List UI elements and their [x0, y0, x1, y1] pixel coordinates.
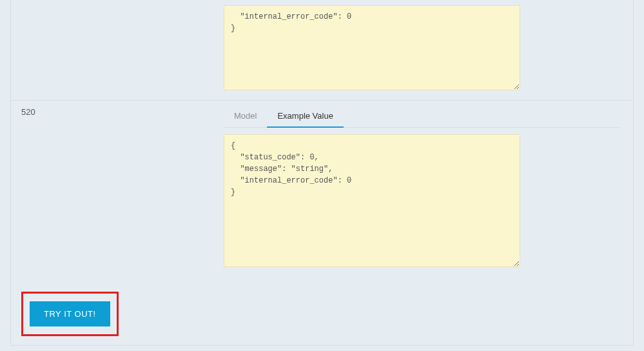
response-row-520: 520 Model Example Value [11, 100, 633, 277]
try-it-out-button[interactable]: TRY IT OUT! [30, 301, 110, 326]
status-column [11, 0, 224, 100]
try-it-out-highlight: TRY IT OUT! [21, 292, 119, 336]
status-code-520: 520 [21, 107, 35, 117]
api-response-panel: 520 Model Example Value TRY IT OUT! [10, 0, 634, 346]
response-example-code-520[interactable] [224, 134, 520, 267]
tab-example-value[interactable]: Example Value [267, 106, 343, 128]
status-column: 520 [11, 101, 224, 277]
response-row-prev [11, 0, 633, 100]
tab-model[interactable]: Model [224, 106, 267, 128]
detail-column: Model Example Value [224, 101, 633, 277]
response-example-code-prev[interactable] [224, 5, 520, 90]
response-tabs: Model Example Value [224, 106, 620, 128]
detail-column [224, 0, 633, 100]
